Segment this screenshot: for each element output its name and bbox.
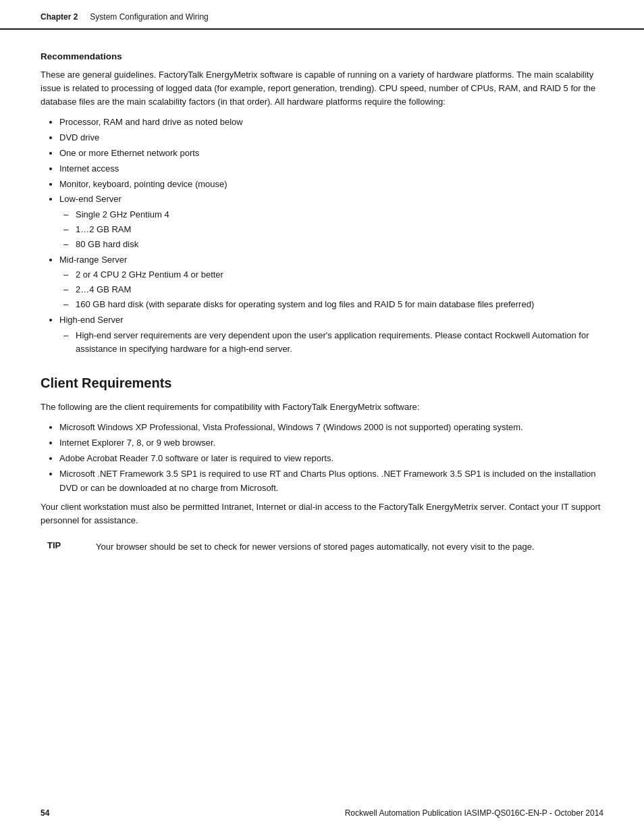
chapter-label: Chapter 2 — [41, 12, 78, 22]
list-item: Monitor, keyboard, pointing device (mous… — [59, 178, 603, 192]
client-requirements-heading: Client Requirements — [41, 375, 603, 391]
high-end-server-sub-list: High-end server requirements are very de… — [76, 329, 603, 357]
recommendations-heading: Recommendations — [41, 51, 603, 61]
low-end-server-item: Low-end Server Single 2 GHz Pentium 4 1…… — [59, 192, 603, 251]
client-requirements-section: Client Requirements The following are th… — [41, 375, 603, 554]
page-number: 54 — [41, 808, 49, 818]
list-item: Processor, RAM and hard drive as noted b… — [59, 115, 603, 130]
client-requirements-bullet-list: Microsoft Windows XP Professional, Vista… — [59, 421, 603, 495]
mid-range-server-item: Mid-range Server 2 or 4 CPU 2 GHz Pentiu… — [59, 253, 603, 312]
list-item: Single 2 GHz Pentium 4 — [76, 208, 603, 222]
mid-range-server-sub-list: 2 or 4 CPU 2 GHz Pentium 4 or better 2…4… — [76, 268, 603, 311]
list-item: DVD drive — [59, 131, 603, 145]
list-item: 2…4 GB RAM — [76, 283, 603, 297]
client-requirements-intro: The following are the client requirement… — [41, 400, 603, 414]
high-end-server-item: High-end Server High-end server requirem… — [59, 313, 603, 357]
list-item: Internet access — [59, 162, 603, 176]
list-item: Adobe Acrobat Reader 7.0 software or lat… — [59, 452, 603, 466]
list-item: Microsoft Windows XP Professional, Vista… — [59, 421, 603, 435]
client-requirements-closing: Your client workstation must also be per… — [41, 500, 603, 527]
list-item: Microsoft .NET Framework 3.5 SP1 is requ… — [59, 467, 603, 496]
recommendations-intro: These are general guidelines. FactoryTal… — [41, 68, 603, 109]
page-header: Chapter 2 System Configuration and Wirin… — [0, 0, 644, 30]
list-item: Internet Explorer 7, 8, or 9 web browser… — [59, 436, 603, 450]
tip-text: Your browser should be set to check for … — [96, 540, 535, 554]
low-end-server-sub-list: Single 2 GHz Pentium 4 1…2 GB RAM 80 GB … — [76, 208, 603, 251]
recommendations-section: Recommendations These are general guidel… — [41, 51, 603, 357]
list-item: 2 or 4 CPU 2 GHz Pentium 4 or better — [76, 268, 603, 282]
list-item: 160 GB hard disk (with separate disks fo… — [76, 298, 603, 312]
page: Chapter 2 System Configuration and Wirin… — [0, 0, 644, 834]
tip-label: TIP — [47, 540, 88, 554]
publication-info: Rockwell Automation Publication IASIMP-Q… — [345, 808, 603, 818]
list-item: High-end server requirements are very de… — [76, 329, 603, 357]
list-item: One or more Ethernet network ports — [59, 147, 603, 161]
list-item: 80 GB hard disk — [76, 238, 603, 252]
main-content: Recommendations These are general guidel… — [0, 30, 644, 594]
tip-box: TIP Your browser should be set to check … — [41, 540, 603, 554]
section-title: System Configuration and Wiring — [90, 12, 208, 22]
list-item: 1…2 GB RAM — [76, 223, 603, 237]
recommendations-bullet-list: Processor, RAM and hard drive as noted b… — [59, 115, 603, 357]
page-footer: 54 Rockwell Automation Publication IASIM… — [0, 808, 644, 818]
